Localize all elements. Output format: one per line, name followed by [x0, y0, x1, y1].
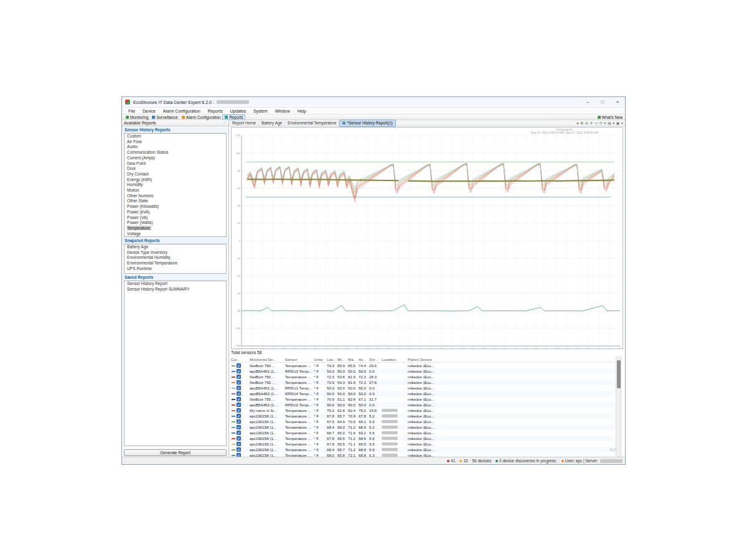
table-row[interactable]: ✓NetBotz 750 ...Temperature ...° F72.954… — [231, 380, 614, 385]
table-row[interactable]: ✓apc190158 (1...Temperature ...° F67.865… — [231, 436, 614, 441]
table-scrollbar[interactable] — [616, 357, 621, 458]
list-item-motion[interactable]: Motion — [125, 188, 226, 194]
view-menu-icon[interactable]: ▾ — [613, 121, 614, 126]
tab-report-home[interactable]: Report Home — [230, 120, 259, 126]
perspective-surveillance[interactable]: Surveillance — [150, 114, 179, 120]
column-header-parentdevice[interactable]: Parent Device — [408, 357, 614, 362]
table-row[interactable]: ✓NetBotz 750 ...Temperature ...° F72.353… — [231, 374, 614, 380]
row-checkbox[interactable]: ✓ — [237, 386, 241, 390]
list-item-environmental-humidity[interactable]: Environmental Humidity — [125, 255, 226, 261]
column-header-mi[interactable]: Mi... — [337, 357, 348, 362]
table-row[interactable]: ✓apcB5A453 (1...RPDU2 Temp...° F50.050.0… — [231, 402, 614, 408]
menu-item-alarm-configuration[interactable]: Alarm Configuration — [159, 108, 204, 114]
whats-new-link[interactable]: What's New — [598, 115, 625, 119]
table-row[interactable]: ✓apc190158 (1...Temperature ...° F67.865… — [231, 413, 614, 419]
list-item-power-watts-[interactable]: Power (Watts) — [125, 220, 226, 226]
list-item-battery-age[interactable]: Battery Age — [125, 245, 226, 250]
column-header-col[interactable]: Col... — [231, 357, 250, 362]
perspective-reports[interactable]: Reports — [222, 114, 245, 120]
list-item-door[interactable]: Door — [125, 166, 226, 172]
list-item-voltage[interactable]: Voltage — [125, 231, 226, 237]
table-row[interactable]: ✓apc190158 (1...Temperature ...° F68.766… — [231, 430, 614, 436]
list-item-custom[interactable]: Custom — [125, 134, 226, 139]
row-checkbox[interactable]: ✓ — [237, 419, 241, 424]
row-checkbox[interactable]: ✓ — [237, 397, 241, 401]
column-header-las[interactable]: Las... — [327, 357, 337, 362]
table-row[interactable]: ✓My name is Si...Temperature ...° F75.26… — [231, 408, 614, 413]
list-item-audio[interactable]: Audio — [125, 144, 226, 150]
list-item-device-type-inventory[interactable]: Device Type Inventory — [125, 250, 226, 256]
table-row[interactable]: ✓apc190158 (1...Temperature ...° F68.466… — [231, 424, 614, 430]
menu-item-window[interactable]: Window — [271, 108, 294, 114]
list-item-current-amps-[interactable]: Current (Amps) — [125, 156, 226, 161]
list-item-sensor-history-report[interactable]: Sensor History Report — [125, 281, 226, 287]
pane-menu-icon[interactable]: ▫▫ — [223, 121, 227, 126]
temperature-line-chart[interactable]: 120100806040200-20-40-60-80-100-1206:007… — [232, 128, 622, 348]
more-menu-icon[interactable]: ▾ — [621, 121, 623, 126]
alarm-dot-icon[interactable]: ● — [576, 121, 579, 126]
close-button[interactable]: × — [610, 97, 625, 107]
list-item-communication-status[interactable]: Communication Status — [125, 150, 226, 156]
title-bar[interactable]: EcoStruxure IT Data Center Expert 8.2.0 … — [122, 97, 625, 108]
menu-item-help[interactable]: Help — [294, 108, 310, 114]
list-item-dew-point[interactable]: Dew Point — [125, 161, 226, 167]
list-item-energy-kwh-[interactable]: Energy (kWh) — [125, 177, 226, 183]
list-item-environmental-temperature[interactable]: Environmental Temperature — [125, 261, 226, 266]
row-checkbox[interactable]: ✓ — [237, 408, 241, 413]
table-row[interactable]: ✓apc190158 (1...Temperature ...° F67.865… — [231, 441, 614, 447]
column-header-av[interactable]: Av... — [359, 357, 369, 362]
grid-view-icon[interactable]: ▤ — [608, 121, 611, 126]
column-header-sensor[interactable]: Sensor — [285, 357, 314, 362]
list-item-ups-runtime[interactable]: UPS Runtime — [125, 266, 226, 272]
pan-icon[interactable]: ✛ — [590, 121, 593, 126]
row-checkbox[interactable]: ✓ — [237, 391, 241, 396]
row-checkbox[interactable]: ✓ — [237, 425, 241, 429]
tab--sensor-history-report-1-[interactable]: *Sensor History Report(1) — [339, 119, 395, 127]
perspective-alarm-configuration[interactable]: Alarm Configuration — [180, 114, 223, 120]
menu-item-file[interactable]: File — [125, 108, 139, 114]
list-item-other-state[interactable]: Other State — [125, 198, 226, 204]
row-checkbox[interactable]: ✓ — [237, 414, 241, 418]
list-item-dry-contact[interactable]: Dry Contact — [125, 172, 226, 177]
table-row[interactable]: ✓apc190158 (1...Temperature ...° F67.564… — [231, 419, 614, 424]
export-icon[interactable]: ▣ — [616, 121, 620, 126]
table-row[interactable]: ✓NetBotz 750 ...Temperature ...° F74.355… — [231, 363, 614, 368]
list-item-sensor-history-report-summary[interactable]: Sensor History Report SUMMARY — [125, 287, 226, 292]
row-checkbox[interactable]: ✓ — [237, 442, 241, 446]
tab-battery-age[interactable]: Battery Age — [259, 120, 285, 126]
zoom-in-icon[interactable]: ⊕ — [580, 121, 583, 126]
row-checkbox[interactable]: ✓ — [237, 447, 241, 452]
table-scrollbar-thumb[interactable] — [617, 360, 621, 388]
row-checkbox[interactable]: ✓ — [237, 375, 241, 379]
generate-report-button[interactable]: Generate Report — [124, 449, 227, 456]
refresh-icon[interactable]: ⟳ — [599, 121, 603, 126]
list-item-humidity[interactable]: Humidity — [125, 182, 226, 188]
table-row[interactable]: ✓apc190158 (1...Temperature ...° F68.465… — [231, 447, 614, 452]
list-item-power-kilowatts-[interactable]: Power (Kilowatts) — [125, 204, 226, 210]
row-checkbox[interactable]: ✓ — [237, 369, 241, 373]
tab-environmental-temperature[interactable]: Environmental Temperature — [285, 120, 339, 126]
table-row[interactable]: ✓apcB5A453 (1...RPDU4 Temp...° F50.050.0… — [231, 391, 614, 396]
graph-menu-icon[interactable]: ▾ — [604, 121, 606, 126]
column-header-monitoredde[interactable]: Monitored De... — [250, 357, 285, 362]
minimize-button[interactable]: – — [580, 97, 595, 107]
row-checkbox[interactable]: ✓ — [237, 431, 241, 435]
table-row[interactable]: ✓apcB5A453 (1...RPDU1 Temp...° F50.050.0… — [231, 385, 614, 391]
zoom-out-icon[interactable]: ⊖ — [585, 121, 588, 126]
perspective-monitoring[interactable]: Monitoring — [124, 114, 150, 120]
column-header-del[interactable]: Del... — [369, 357, 382, 362]
table-row[interactable]: ✓NetBotz 755 ...Temperature ...° F70.951… — [231, 396, 614, 402]
row-checkbox[interactable]: ✓ — [237, 436, 241, 441]
row-checkbox[interactable]: ✓ — [237, 363, 241, 368]
select-region-icon[interactable]: ▭ — [594, 121, 598, 126]
list-item-other-numeric[interactable]: Other Numeric — [125, 194, 226, 199]
menu-item-updates[interactable]: Updates — [227, 108, 250, 114]
list-item-power-va-[interactable]: Power (VA) — [125, 215, 226, 221]
column-header-location[interactable]: Location — [382, 357, 408, 362]
menu-item-device[interactable]: Device — [139, 108, 159, 114]
menu-item-system[interactable]: System — [250, 108, 271, 114]
row-checkbox[interactable]: ✓ — [237, 380, 241, 385]
list-item-temperature[interactable]: Temperature — [125, 226, 226, 231]
row-checkbox[interactable]: ✓ — [237, 403, 241, 407]
column-header-ma[interactable]: Ma... — [348, 357, 359, 362]
